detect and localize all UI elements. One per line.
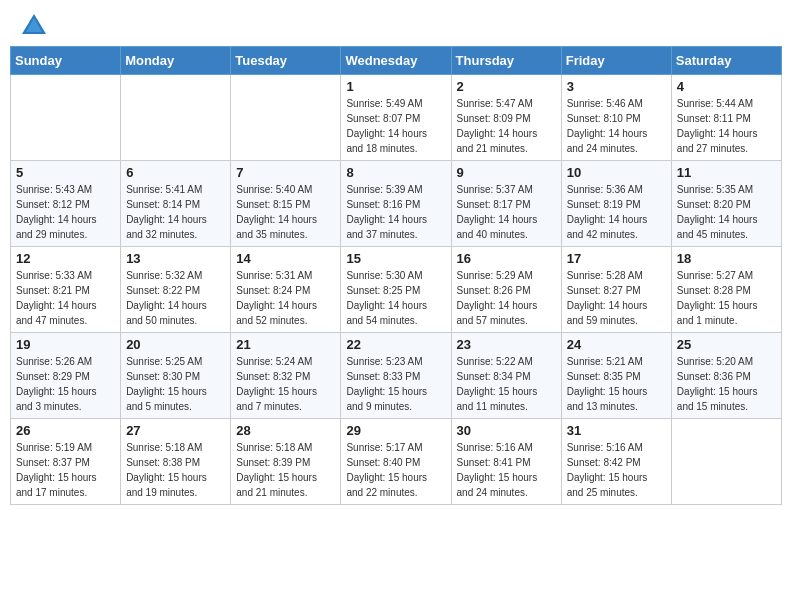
day-number: 26 [16,423,115,438]
calendar-cell [11,75,121,161]
day-info: Sunrise: 5:22 AMSunset: 8:34 PMDaylight:… [457,354,556,414]
calendar-week-row: 1Sunrise: 5:49 AMSunset: 8:07 PMDaylight… [11,75,782,161]
day-number: 20 [126,337,225,352]
day-number: 23 [457,337,556,352]
day-number: 18 [677,251,776,266]
day-number: 29 [346,423,445,438]
day-info: Sunrise: 5:32 AMSunset: 8:22 PMDaylight:… [126,268,225,328]
calendar-cell: 29Sunrise: 5:17 AMSunset: 8:40 PMDayligh… [341,419,451,505]
day-number: 5 [16,165,115,180]
day-info: Sunrise: 5:43 AMSunset: 8:12 PMDaylight:… [16,182,115,242]
day-number: 9 [457,165,556,180]
logo-icon [20,10,48,38]
calendar-cell: 9Sunrise: 5:37 AMSunset: 8:17 PMDaylight… [451,161,561,247]
day-info: Sunrise: 5:39 AMSunset: 8:16 PMDaylight:… [346,182,445,242]
day-info: Sunrise: 5:25 AMSunset: 8:30 PMDaylight:… [126,354,225,414]
calendar-table: SundayMondayTuesdayWednesdayThursdayFrid… [10,46,782,505]
day-header-thursday: Thursday [451,47,561,75]
day-info: Sunrise: 5:21 AMSunset: 8:35 PMDaylight:… [567,354,666,414]
calendar-cell: 26Sunrise: 5:19 AMSunset: 8:37 PMDayligh… [11,419,121,505]
day-info: Sunrise: 5:18 AMSunset: 8:38 PMDaylight:… [126,440,225,500]
calendar-week-row: 26Sunrise: 5:19 AMSunset: 8:37 PMDayligh… [11,419,782,505]
day-header-wednesday: Wednesday [341,47,451,75]
day-number: 2 [457,79,556,94]
calendar-cell [671,419,781,505]
day-info: Sunrise: 5:46 AMSunset: 8:10 PMDaylight:… [567,96,666,156]
calendar-cell: 12Sunrise: 5:33 AMSunset: 8:21 PMDayligh… [11,247,121,333]
calendar-cell: 13Sunrise: 5:32 AMSunset: 8:22 PMDayligh… [121,247,231,333]
day-number: 3 [567,79,666,94]
calendar-week-row: 5Sunrise: 5:43 AMSunset: 8:12 PMDaylight… [11,161,782,247]
day-info: Sunrise: 5:36 AMSunset: 8:19 PMDaylight:… [567,182,666,242]
calendar-cell: 16Sunrise: 5:29 AMSunset: 8:26 PMDayligh… [451,247,561,333]
calendar-cell: 5Sunrise: 5:43 AMSunset: 8:12 PMDaylight… [11,161,121,247]
calendar-cell: 20Sunrise: 5:25 AMSunset: 8:30 PMDayligh… [121,333,231,419]
day-info: Sunrise: 5:49 AMSunset: 8:07 PMDaylight:… [346,96,445,156]
calendar-header-row: SundayMondayTuesdayWednesdayThursdayFrid… [11,47,782,75]
day-info: Sunrise: 5:28 AMSunset: 8:27 PMDaylight:… [567,268,666,328]
day-info: Sunrise: 5:19 AMSunset: 8:37 PMDaylight:… [16,440,115,500]
day-number: 10 [567,165,666,180]
calendar-cell: 6Sunrise: 5:41 AMSunset: 8:14 PMDaylight… [121,161,231,247]
calendar-cell: 21Sunrise: 5:24 AMSunset: 8:32 PMDayligh… [231,333,341,419]
day-number: 21 [236,337,335,352]
calendar-cell: 17Sunrise: 5:28 AMSunset: 8:27 PMDayligh… [561,247,671,333]
day-info: Sunrise: 5:23 AMSunset: 8:33 PMDaylight:… [346,354,445,414]
calendar-cell: 1Sunrise: 5:49 AMSunset: 8:07 PMDaylight… [341,75,451,161]
day-number: 30 [457,423,556,438]
day-number: 4 [677,79,776,94]
day-header-tuesday: Tuesday [231,47,341,75]
day-info: Sunrise: 5:29 AMSunset: 8:26 PMDaylight:… [457,268,556,328]
calendar-cell: 15Sunrise: 5:30 AMSunset: 8:25 PMDayligh… [341,247,451,333]
calendar-cell: 11Sunrise: 5:35 AMSunset: 8:20 PMDayligh… [671,161,781,247]
day-number: 31 [567,423,666,438]
day-header-saturday: Saturday [671,47,781,75]
day-info: Sunrise: 5:27 AMSunset: 8:28 PMDaylight:… [677,268,776,328]
calendar-week-row: 12Sunrise: 5:33 AMSunset: 8:21 PMDayligh… [11,247,782,333]
day-number: 22 [346,337,445,352]
day-number: 11 [677,165,776,180]
day-number: 14 [236,251,335,266]
day-number: 27 [126,423,225,438]
day-number: 17 [567,251,666,266]
day-info: Sunrise: 5:20 AMSunset: 8:36 PMDaylight:… [677,354,776,414]
day-number: 19 [16,337,115,352]
day-info: Sunrise: 5:26 AMSunset: 8:29 PMDaylight:… [16,354,115,414]
calendar-cell: 4Sunrise: 5:44 AMSunset: 8:11 PMDaylight… [671,75,781,161]
day-info: Sunrise: 5:41 AMSunset: 8:14 PMDaylight:… [126,182,225,242]
page-header [10,10,782,38]
day-number: 1 [346,79,445,94]
day-number: 12 [16,251,115,266]
calendar-cell: 31Sunrise: 5:16 AMSunset: 8:42 PMDayligh… [561,419,671,505]
calendar-cell: 30Sunrise: 5:16 AMSunset: 8:41 PMDayligh… [451,419,561,505]
day-header-friday: Friday [561,47,671,75]
day-info: Sunrise: 5:16 AMSunset: 8:41 PMDaylight:… [457,440,556,500]
day-info: Sunrise: 5:17 AMSunset: 8:40 PMDaylight:… [346,440,445,500]
calendar-cell: 28Sunrise: 5:18 AMSunset: 8:39 PMDayligh… [231,419,341,505]
day-info: Sunrise: 5:31 AMSunset: 8:24 PMDaylight:… [236,268,335,328]
calendar-cell: 7Sunrise: 5:40 AMSunset: 8:15 PMDaylight… [231,161,341,247]
day-info: Sunrise: 5:40 AMSunset: 8:15 PMDaylight:… [236,182,335,242]
calendar-cell: 24Sunrise: 5:21 AMSunset: 8:35 PMDayligh… [561,333,671,419]
calendar-cell: 10Sunrise: 5:36 AMSunset: 8:19 PMDayligh… [561,161,671,247]
calendar-cell [121,75,231,161]
day-number: 15 [346,251,445,266]
day-info: Sunrise: 5:16 AMSunset: 8:42 PMDaylight:… [567,440,666,500]
day-info: Sunrise: 5:30 AMSunset: 8:25 PMDaylight:… [346,268,445,328]
logo [14,10,48,38]
calendar-cell: 19Sunrise: 5:26 AMSunset: 8:29 PMDayligh… [11,333,121,419]
calendar-cell: 23Sunrise: 5:22 AMSunset: 8:34 PMDayligh… [451,333,561,419]
calendar-cell: 3Sunrise: 5:46 AMSunset: 8:10 PMDaylight… [561,75,671,161]
day-info: Sunrise: 5:37 AMSunset: 8:17 PMDaylight:… [457,182,556,242]
day-number: 16 [457,251,556,266]
calendar-cell: 8Sunrise: 5:39 AMSunset: 8:16 PMDaylight… [341,161,451,247]
day-header-sunday: Sunday [11,47,121,75]
day-number: 6 [126,165,225,180]
calendar-cell: 22Sunrise: 5:23 AMSunset: 8:33 PMDayligh… [341,333,451,419]
day-info: Sunrise: 5:24 AMSunset: 8:32 PMDaylight:… [236,354,335,414]
day-info: Sunrise: 5:35 AMSunset: 8:20 PMDaylight:… [677,182,776,242]
day-number: 24 [567,337,666,352]
day-number: 8 [346,165,445,180]
day-header-monday: Monday [121,47,231,75]
calendar-cell: 25Sunrise: 5:20 AMSunset: 8:36 PMDayligh… [671,333,781,419]
